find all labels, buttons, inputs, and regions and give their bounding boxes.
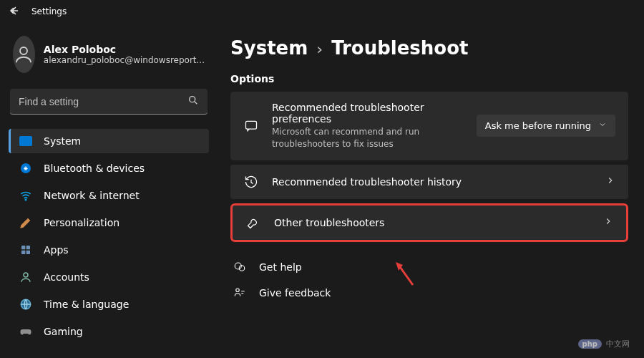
sidebar-item-time-language[interactable]: Time & language <box>9 292 209 316</box>
svg-rect-4 <box>26 246 30 249</box>
card-troubleshooter-history[interactable]: Recommended troubleshooter history <box>230 165 628 199</box>
sidebar-item-label: Network & internet <box>44 190 140 201</box>
sidebar-item-personalization[interactable]: Personalization <box>9 211 209 235</box>
section-label: Options <box>230 73 628 84</box>
chevron-right-icon <box>605 175 615 188</box>
watermark-text: 中文网 <box>606 339 630 349</box>
sidebar-item-accounts[interactable]: Accounts <box>9 265 209 289</box>
chevron-down-icon <box>598 120 607 131</box>
breadcrumb-separator-icon: › <box>316 40 323 58</box>
apps-icon <box>19 243 32 256</box>
sidebar-item-label: Accounts <box>44 271 89 283</box>
sidebar-item-apps[interactable]: Apps <box>9 238 209 262</box>
svg-point-12 <box>236 289 240 292</box>
globe-icon <box>19 298 32 311</box>
preferences-dropdown[interactable]: Ask me before running <box>477 115 615 137</box>
card-description: Microsoft can recommend and run troubles… <box>272 126 444 150</box>
svg-point-0 <box>20 47 27 54</box>
search-icon <box>187 95 199 108</box>
help-label: Get help <box>259 261 302 273</box>
get-help-link[interactable]: Get help <box>230 255 628 279</box>
sidebar-item-label: System <box>44 135 81 147</box>
sidebar-item-label: Personalization <box>44 217 119 228</box>
feedback-icon <box>232 286 248 299</box>
breadcrumb-parent[interactable]: System <box>230 37 308 59</box>
app-title: Settings <box>31 6 67 16</box>
user-email: alexandru_poloboc@windowsreport... <box>44 55 205 65</box>
system-icon <box>19 135 32 147</box>
watermark: php 中文网 <box>578 339 630 349</box>
card-title: Recommended troubleshooter history <box>272 176 592 188</box>
svg-point-1 <box>190 97 195 102</box>
search-field[interactable] <box>19 96 187 107</box>
history-icon <box>243 175 259 189</box>
avatar <box>13 36 35 73</box>
svg-point-2 <box>25 199 26 200</box>
gaming-icon <box>19 325 32 338</box>
breadcrumb: System › Troubleshoot <box>230 37 628 59</box>
main-content: System › Troubleshoot Options Recommende… <box>215 23 644 358</box>
sidebar-item-label: Apps <box>44 244 69 256</box>
svg-rect-3 <box>21 246 25 249</box>
svg-rect-5 <box>21 251 25 254</box>
sidebar-item-network[interactable]: Network & internet <box>9 183 209 208</box>
back-icon[interactable] <box>9 5 20 19</box>
dropdown-value: Ask me before running <box>485 120 591 131</box>
card-recommended-preferences: Recommended troubleshooter preferences M… <box>230 92 628 160</box>
sidebar-item-gaming[interactable]: Gaming <box>9 319 209 344</box>
watermark-badge: php <box>578 339 602 349</box>
feedback-label: Give feedback <box>259 287 331 299</box>
card-other-troubleshooters[interactable]: Other troubleshooters <box>230 203 628 242</box>
user-block[interactable]: Alex Poloboc alexandru_poloboc@windowsre… <box>9 32 209 83</box>
help-icon <box>232 261 248 274</box>
sidebar-item-label: Bluetooth & devices <box>44 163 145 174</box>
sidebar-item-system[interactable]: System <box>9 129 209 153</box>
sidebar-item-label: Gaming <box>44 326 83 337</box>
give-feedback-link[interactable]: Give feedback <box>230 281 628 305</box>
svg-rect-9 <box>246 121 257 129</box>
chat-icon <box>243 119 259 133</box>
bluetooth-icon: ⁕ <box>19 162 32 175</box>
svg-point-7 <box>24 273 28 277</box>
user-name: Alex Poloboc <box>44 44 205 55</box>
chevron-right-icon <box>603 216 613 228</box>
search-input[interactable] <box>10 89 208 115</box>
wrench-icon <box>245 216 261 230</box>
brush-icon <box>19 216 32 229</box>
sidebar: Alex Poloboc alexandru_poloboc@windowsre… <box>0 23 215 358</box>
svg-rect-6 <box>26 251 30 254</box>
accounts-icon <box>19 271 32 284</box>
sidebar-item-label: Time & language <box>44 299 129 310</box>
sidebar-item-bluetooth[interactable]: ⁕ Bluetooth & devices <box>9 156 209 180</box>
card-title: Other troubleshooters <box>274 217 590 228</box>
wifi-icon <box>19 189 32 202</box>
card-title: Recommended troubleshooter preferences <box>272 102 464 125</box>
breadcrumb-leaf: Troubleshoot <box>331 37 468 59</box>
